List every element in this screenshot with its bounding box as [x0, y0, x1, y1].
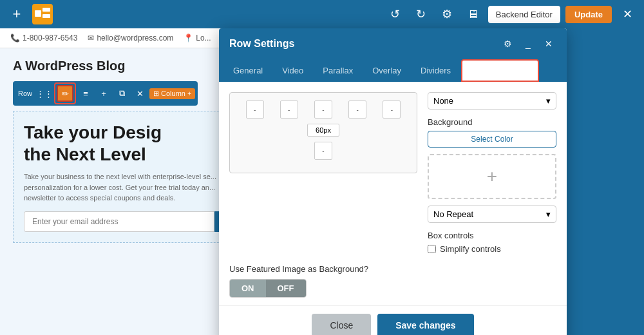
modal-close-button[interactable]: ✕ — [541, 36, 556, 52]
simplify-controls-row: Simplify controls — [428, 244, 556, 254]
select-color-button[interactable]: Select Color — [428, 131, 556, 148]
display-button[interactable]: 🖥 — [462, 4, 483, 24]
svg-rect-1 — [35, 10, 41, 17]
tab-video[interactable]: Video — [273, 59, 312, 82]
grid-value: 60px — [307, 124, 339, 137]
add-element-button[interactable]: + — [6, 4, 27, 24]
no-repeat-arrow-icon: ▾ — [546, 209, 551, 219]
close-toolbar-button[interactable]: ✕ — [617, 4, 638, 24]
update-button[interactable]: Update — [565, 6, 612, 23]
image-upload-area[interactable]: + — [428, 154, 556, 199]
svg-rect-3 — [43, 14, 50, 18]
featured-label: Use Featured Image as Background? — [229, 264, 556, 274]
toggle-group: ON OFF — [229, 279, 307, 298]
tab-overlay[interactable]: Overlay — [363, 59, 410, 82]
page-area: 📞 1-800-987-6543 ✉ hello@wordpress.com 📍… — [0, 28, 644, 335]
grid-cell-bot-minus[interactable]: - — [314, 142, 332, 160]
modal-settings-button[interactable]: ⚙ — [500, 36, 515, 52]
toolbar-right: ↺ ↻ ⚙ 🖥 Backend Editor Update ✕ — [385, 4, 638, 24]
modal-left-panel: - - - - - 60px - — [229, 92, 417, 254]
svg-rect-2 — [43, 8, 50, 12]
simplify-controls-label: Simplify controls — [440, 244, 501, 254]
toolbar-left: + — [6, 4, 380, 24]
grid-container: - - - - - 60px - — [229, 92, 417, 173]
modal-overlay: Row Settings ⚙ _ ✕ General Video Paralla… — [0, 28, 644, 335]
tab-general[interactable]: General — [224, 59, 272, 82]
modal-header-icons: ⚙ _ ✕ — [500, 36, 556, 52]
modal-right-panel: None ▾ Background Select Color + No Repe… — [428, 92, 556, 254]
grid-row-top: - - - - - — [238, 100, 409, 119]
tab-design-options[interactable]: Design Options — [461, 59, 539, 82]
undo-button[interactable]: ↺ — [385, 4, 406, 24]
save-changes-button[interactable]: Save changes — [377, 314, 473, 335]
no-repeat-select[interactable]: No Repeat ▾ — [428, 206, 556, 223]
dropdown-arrow-icon: ▾ — [546, 96, 551, 106]
grid-row-bottom: - — [238, 142, 409, 160]
tab-dividers[interactable]: Dividers — [412, 59, 460, 82]
grid-cell-minus-3[interactable]: - — [314, 100, 332, 119]
redo-button[interactable]: ↻ — [411, 4, 431, 24]
row-settings-modal: Row Settings ⚙ _ ✕ General Video Paralla… — [219, 28, 567, 335]
add-image-icon: + — [487, 166, 497, 187]
toggle-on-button[interactable]: ON — [230, 280, 266, 297]
modal-minimize-button[interactable]: _ — [520, 36, 536, 52]
grid-cell-minus-1[interactable]: - — [246, 100, 264, 119]
close-modal-button[interactable]: Close — [312, 314, 371, 335]
box-controls-label: Box controls — [428, 231, 556, 240]
background-label: Background — [428, 117, 556, 127]
modal-tabs: General Video Parallax Overlay Dividers … — [219, 59, 567, 82]
modal-footer: Close Save changes — [219, 305, 567, 335]
featured-image-section: Use Featured Image as Background? ON OFF — [219, 264, 567, 305]
modal-body: - - - - - 60px - — [219, 82, 567, 264]
logo-icon — [32, 4, 53, 24]
grid-cell-minus-2[interactable]: - — [280, 100, 298, 119]
simplify-controls-checkbox[interactable] — [428, 245, 436, 253]
tab-parallax[interactable]: Parallax — [314, 59, 362, 82]
settings-button[interactable]: ⚙ — [437, 4, 457, 24]
grid-cell-minus-5[interactable]: - — [383, 100, 401, 119]
grid-cell-minus-4[interactable]: - — [348, 100, 366, 119]
backend-editor-button[interactable]: Backend Editor — [488, 6, 560, 23]
modal-title: Row Settings — [229, 38, 294, 50]
none-select[interactable]: None ▾ — [428, 92, 556, 110]
top-toolbar: + ↺ ↻ ⚙ 🖥 Backend Editor Update ✕ — [0, 0, 644, 28]
modal-header: Row Settings ⚙ _ ✕ — [219, 28, 567, 59]
toggle-off-button[interactable]: OFF — [266, 280, 306, 297]
